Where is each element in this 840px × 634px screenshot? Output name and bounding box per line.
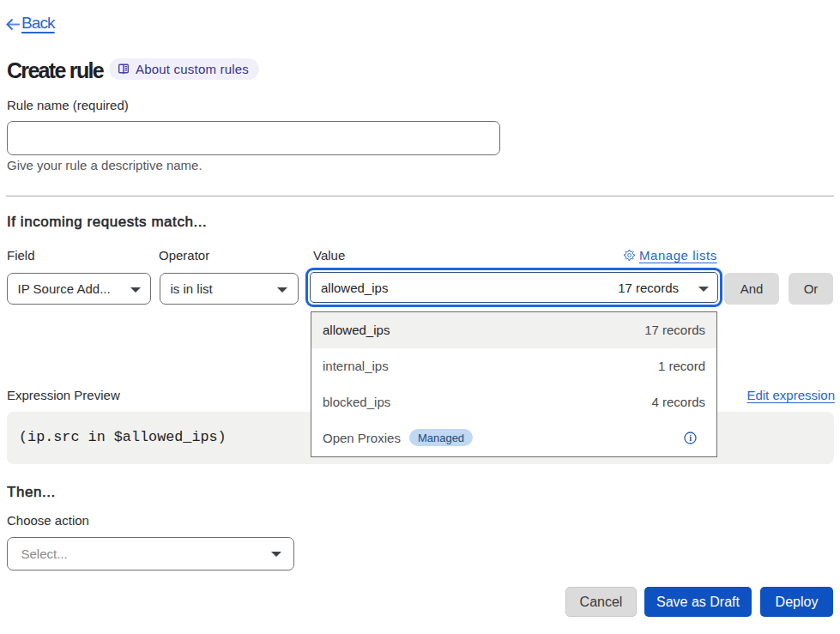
svg-text:i: i <box>689 433 692 443</box>
